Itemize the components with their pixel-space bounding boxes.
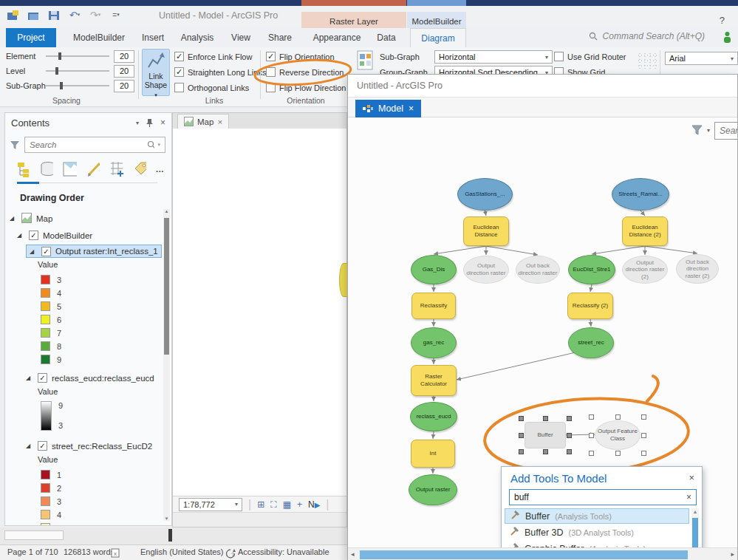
user-account-icon[interactable]: [722, 31, 732, 46]
tool-search-input[interactable]: [514, 492, 686, 502]
map-tab[interactable]: Map ×: [177, 114, 229, 129]
clear-search-icon[interactable]: ×: [686, 492, 691, 502]
selection-handle[interactable]: [567, 449, 572, 454]
split-handle[interactable]: [168, 529, 172, 542]
scroll-up-icon[interactable]: ▲: [691, 509, 699, 514]
close-dialog-icon[interactable]: ×: [689, 472, 694, 483]
font-combo[interactable]: Arial▾: [665, 52, 738, 65]
word-count[interactable]: 126813 words: [64, 547, 115, 556]
model-node-street_rec[interactable]: street_rec: [568, 327, 614, 358]
open-project-icon[interactable]: [27, 9, 40, 21]
model-node-out_back2[interactable]: Out back direction raster (2): [676, 254, 719, 284]
tree-item-modelbuilder[interactable]: ◢✓ModelBuilder: [17, 229, 92, 242]
search-options-icon[interactable]: ▾: [157, 142, 160, 148]
model-node-eucdist_stre1[interactable]: EucDist_Stre1: [568, 255, 615, 284]
checkbox-icon[interactable]: [174, 83, 184, 92]
map-canvas[interactable]: [173, 129, 346, 496]
selection-handle[interactable]: [567, 416, 572, 421]
tree-item-output-raster-int-reclass-1[interactable]: ◢✓Output raster:Int_reclass_1: [26, 245, 162, 258]
spacing-value-element[interactable]: 20: [114, 50, 134, 63]
tool-result-buffer[interactable]: Buffer(Analysis Tools): [505, 508, 689, 524]
proofing-icon[interactable]: x: [111, 548, 121, 558]
checkbox-icon[interactable]: [266, 83, 276, 92]
close-panel-icon[interactable]: ×: [160, 117, 165, 128]
contents-search-input[interactable]: [30, 140, 147, 149]
model-node-gasstations[interactable]: GasStations_...: [457, 178, 513, 211]
new-project-icon[interactable]: [6, 9, 19, 21]
selection-handle[interactable]: [519, 449, 524, 454]
save-icon[interactable]: [47, 9, 61, 21]
model-horizontal-scrollbar[interactable]: ◂ ▸: [348, 547, 737, 560]
checkbox-icon[interactable]: ✓: [266, 52, 276, 61]
selection-handle[interactable]: [615, 414, 621, 420]
model-node-ofc[interactable]: Output Feature Class: [595, 420, 640, 450]
selection-icon[interactable]: [62, 161, 77, 177]
model-node-out_back[interactable]: Out back direction raster: [516, 256, 560, 284]
command-search[interactable]: Command Search (Alt+Q): [589, 31, 705, 41]
checkbox-use-grid-router[interactable]: Use Grid Router: [554, 51, 626, 62]
model-node-output_raster[interactable]: Output raster: [409, 474, 457, 505]
scroll-right-icon[interactable]: ▸: [731, 550, 734, 558]
tab-data[interactable]: Data: [369, 28, 403, 47]
model-node-eucdist2[interactable]: Euclidean Distance (2): [622, 216, 668, 246]
page-count[interactable]: Page 1 of 710: [7, 547, 58, 556]
checkbox-icon[interactable]: ✓: [174, 52, 184, 61]
model-node-buffer[interactable]: Buffer: [525, 422, 566, 448]
expand-icon[interactable]: ◢: [26, 375, 33, 381]
tool-search-box[interactable]: ×: [509, 489, 697, 505]
model-node-gas_rec[interactable]: gas_rec: [411, 327, 457, 358]
model-node-int[interactable]: Int: [411, 440, 455, 468]
tool-result-graphic-buffer[interactable]: Graphic Buffer(Analysis Tools): [505, 541, 689, 547]
tab-diagram[interactable]: Diagram: [410, 28, 466, 47]
north-arrow-icon[interactable]: N▶: [308, 499, 320, 510]
slider-thumb[interactable]: [60, 82, 63, 89]
filter-dropdown-icon[interactable]: ▾: [707, 127, 710, 134]
layer-checkbox[interactable]: ✓: [38, 373, 47, 383]
add-data-grid-icon[interactable]: ⊞: [257, 499, 264, 510]
snapping-icon[interactable]: [109, 161, 123, 177]
checkbox-flip-flow-direction[interactable]: Flip Flow Direction: [266, 82, 346, 93]
close-map-tab-icon[interactable]: ×: [217, 117, 222, 126]
tab-analysis[interactable]: Analysis: [174, 28, 220, 47]
checkbox-icon[interactable]: ✓: [174, 67, 184, 77]
selection-handle[interactable]: [589, 433, 594, 438]
crosshair-icon[interactable]: +: [297, 499, 302, 510]
tool-result-buffer-3d[interactable]: Buffer 3D(3D Analyst Tools): [505, 525, 689, 540]
link-shape-button[interactable]: LinkShape ▾: [142, 49, 170, 96]
tab-project[interactable]: Project: [6, 28, 56, 47]
model-node-reclassify2[interactable]: Reclassify (2): [567, 293, 613, 319]
slider-thumb[interactable]: [55, 67, 58, 75]
selection-handle[interactable]: [641, 451, 646, 456]
expand-icon[interactable]: ◢: [26, 443, 33, 449]
edit-icon[interactable]: [86, 161, 100, 177]
map-scale-combo[interactable]: 1:78,772▾: [179, 498, 242, 511]
checkbox-flip-orientation[interactable]: ✓Flip Orientation: [266, 51, 335, 62]
selection-handle[interactable]: [519, 416, 524, 421]
close-model-tab-icon[interactable]: ×: [409, 103, 414, 114]
undo-icon[interactable]: ↶▾: [68, 9, 81, 21]
model-node-out_dir2[interactable]: Output direction raster (2): [622, 256, 668, 284]
scrollbar-thumb[interactable]: [4, 530, 64, 540]
selection-handle[interactable]: [641, 433, 646, 438]
model-node-eucdist[interactable]: Euclidean Distance: [463, 216, 509, 246]
model-node-reclass_eucd[interactable]: reclass_eucd: [410, 402, 457, 431]
scroll-up-icon[interactable]: ▲: [163, 209, 170, 214]
help-button[interactable]: ?: [720, 15, 725, 26]
spacing-value-level[interactable]: 20: [114, 65, 134, 78]
sub-graph-layout-icon[interactable]: [356, 50, 375, 72]
contents-search-box[interactable]: ▾: [24, 137, 165, 153]
selection-handle[interactable]: [615, 451, 621, 456]
slider-thumb[interactable]: [58, 52, 61, 60]
checkbox-reverse-direction[interactable]: Reverse Direction: [266, 66, 344, 78]
selection-handle[interactable]: [589, 414, 594, 420]
selection-handle[interactable]: [543, 449, 548, 454]
tab-modelbuilder[interactable]: ModelBuilder: [66, 28, 131, 47]
layer-checkbox[interactable]: ✓: [29, 231, 38, 240]
checkbox-icon[interactable]: [554, 52, 564, 61]
scroll-left-icon[interactable]: ◂: [351, 550, 355, 558]
labeling-icon[interactable]: [132, 161, 147, 177]
contents-scrollbar[interactable]: ▲ ▼: [163, 209, 170, 521]
spacing-value-sub-graph[interactable]: 20: [114, 80, 134, 92]
tab-view[interactable]: View: [223, 28, 259, 47]
map-horizontal-scrollbar[interactable]: [173, 512, 346, 527]
